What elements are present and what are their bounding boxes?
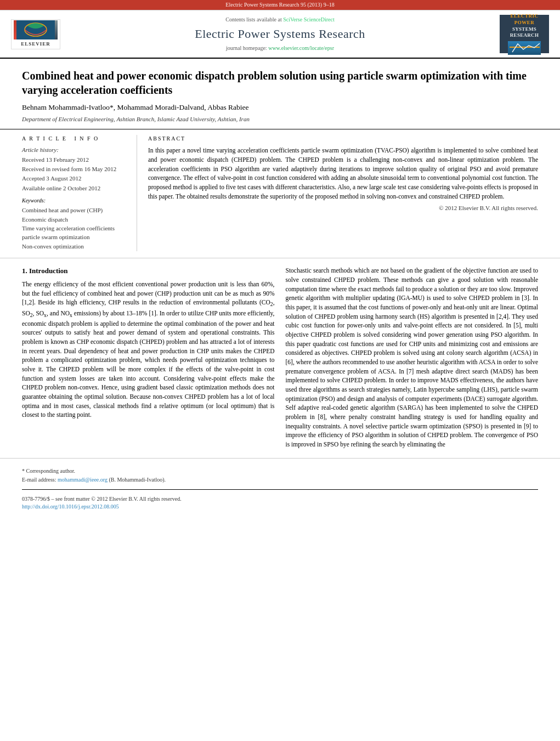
copyright-line: 0378-7796/$ – see front matter © 2012 El… — [22, 495, 538, 503]
keyword-3: Time varying acceleration coefficients — [22, 224, 129, 233]
abstract-copyright: © 2012 Elsevier B.V. All rights reserved… — [148, 204, 538, 212]
article-received: Received 13 February 2012 — [22, 156, 129, 164]
intro-col1-text: The energy efficiency of the most effici… — [22, 280, 275, 420]
and-word: and — [50, 310, 59, 316]
keywords-label: Keywords: — [22, 197, 129, 205]
article-info-label: A R T I C L E I N F O — [22, 135, 129, 143]
article-header: Combined heat and power economic dispatc… — [0, 59, 560, 129]
main-col-right: Stochastic search methods which are not … — [286, 266, 539, 452]
article-info-col: A R T I C L E I N F O Article history: R… — [22, 135, 137, 251]
abstract-label: ABSTRACT — [148, 135, 538, 143]
email-link[interactable]: mohammadi@ieee.org — [58, 477, 108, 483]
main-content: 1. Introduction The energy efficiency of… — [0, 258, 560, 452]
abstract-text: In this paper a novel time varying accel… — [148, 146, 538, 201]
article-affiliation: Department of Electrical Engineering, As… — [22, 115, 538, 123]
keyword-4: particle swarm optimization — [22, 233, 129, 241]
journal-title: Electric Power Systems Research — [71, 26, 489, 43]
journal-ref: Electric Power Systems Research 95 (2013… — [225, 2, 334, 8]
footnote-star: * Corresponding author. — [22, 467, 538, 475]
article-available: Available online 2 October 2012 — [22, 184, 129, 193]
article-title: Combined heat and power economic dispatc… — [22, 69, 538, 97]
abstract-col: ABSTRACT In this paper a novel time vary… — [148, 135, 538, 251]
header-center: Contents lists available at SciVerse Sci… — [60, 16, 500, 53]
article-history-label: Article history: — [22, 146, 129, 154]
intro-title: Introduction — [29, 267, 68, 275]
journal-homepage: journal homepage: www.elsevier.com/locat… — [71, 44, 489, 52]
elsevier-logo: ELSEVIER — [11, 19, 60, 49]
keyword-1: Combined heat and power (CHP) — [22, 206, 129, 214]
main-col-left: 1. Introduction The energy efficiency of… — [22, 266, 275, 452]
elsevier-text: ELSEVIER — [21, 41, 50, 48]
intro-number: 1. — [22, 267, 27, 275]
keyword-2: Economic dispatch — [22, 216, 129, 224]
footer-divider — [22, 489, 538, 490]
article-received-revised: Received in revised form 16 May 2012 — [22, 165, 129, 173]
footnote-email: E-mail address: mohammadi@ieee.org (B. M… — [22, 476, 538, 484]
sciverse-line: Contents lists available at SciVerse Sci… — [71, 16, 489, 24]
sciverse-link[interactable]: SciVerse ScienceDirect — [283, 16, 335, 22]
journal-logo-box: ELECTRIC POWER SYSTEMS RESEARCH — [500, 15, 549, 53]
keyword-5: Non-convex optimization — [22, 242, 129, 251]
header-banner: ELSEVIER Contents lists available at Sci… — [0, 10, 560, 59]
doi-line: http://dx.doi.org/10.1016/j.epsr.2012.08… — [22, 503, 538, 511]
intro-col2-text: Stochastic search methods which are not … — [286, 266, 539, 449]
doi-link[interactable]: http://dx.doi.org/10.1016/j.epsr.2012.08… — [22, 504, 119, 510]
journal-logo-research: RESEARCH — [510, 32, 539, 39]
journal-logo-systems: SYSTEMS — [512, 26, 536, 33]
journal-logo-top: ELECTRIC POWER — [502, 13, 546, 26]
homepage-link[interactable]: www.elsevier.com/locate/epsr — [268, 45, 334, 51]
elsevier-logo-image — [14, 20, 58, 39]
article-accepted: Accepted 3 August 2012 — [22, 174, 129, 183]
article-info-section: A R T I C L E I N F O Article history: R… — [0, 129, 560, 258]
intro-heading: 1. Introduction — [22, 266, 275, 276]
article-authors: Behnam Mohammadi-Ivatloo*, Mohammad Mora… — [22, 103, 538, 113]
page-footer: * Corresponding author. E-mail address: … — [0, 458, 560, 515]
journal-logo-graphic — [508, 41, 541, 55]
journal-ref-bar: Electric Power Systems Research 95 (2013… — [0, 0, 560, 10]
